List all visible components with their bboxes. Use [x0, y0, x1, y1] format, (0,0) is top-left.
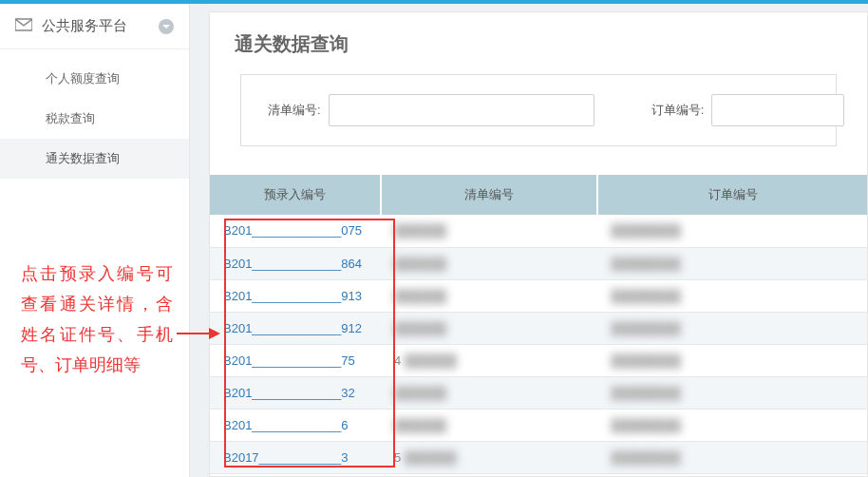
pre-entry-link[interactable]: B201_____________6 — [210, 409, 381, 441]
sidebar-header[interactable]: 公共服务平台 — [0, 4, 189, 49]
table-row: B201_____________075 ██████████████ — [210, 215, 867, 247]
pre-entry-link[interactable]: B201_____________864 — [210, 247, 381, 279]
table-row: B201_____________913 ██████████████ — [210, 279, 867, 312]
col-list-no: 清单编号 — [381, 175, 597, 215]
cell-list-no: 5 ██████ — [381, 441, 597, 473]
cell-order-no: ████████ — [597, 344, 867, 376]
results-table: 预录入编号 清单编号 订单编号 B201_____________075 ███… — [210, 175, 867, 474]
cell-list-no: 4 ██████ — [381, 344, 597, 376]
filter-order-no-input[interactable] — [711, 94, 844, 126]
cell-order-no: ████████ — [597, 312, 867, 344]
table-row: B201_____________864 ██████████████ — [210, 247, 867, 279]
cell-order-no: ████████ — [597, 376, 867, 409]
cell-order-no: ████████ — [597, 279, 867, 312]
col-order-no: 订单编号 — [597, 175, 867, 215]
page-title: 通关数据查询 — [210, 12, 867, 74]
pre-entry-link[interactable]: B201_____________075 — [210, 215, 381, 247]
cell-order-no: ████████ — [597, 215, 867, 247]
table-row: B2017____________35 ██████████████ — [210, 441, 867, 473]
table-row: B201_____________32 ██████████████ — [210, 376, 867, 409]
cell-order-no: ████████ — [597, 409, 867, 441]
cell-list-no: ██████ — [381, 279, 597, 312]
sidebar-item-quota[interactable]: 个人额度查询 — [0, 59, 189, 99]
content: 通关数据查询 清单编号: 订单编号: 预录入编号 清单编号 — [190, 4, 868, 477]
filter-list-no-label: 清单编号: — [268, 102, 321, 119]
sidebar-title: 公共服务平台 — [42, 17, 159, 35]
col-pre-entry-no: 预录入编号 — [210, 175, 381, 215]
cell-list-no: ██████ — [381, 247, 597, 279]
svg-marker-1 — [209, 328, 220, 339]
annotation-text: 点击预录入编号可查看通关详情，含姓名证件号、手机号、订单明细等 — [21, 258, 173, 380]
filter-list-no-input[interactable] — [329, 94, 594, 126]
panel: 通关数据查询 清单编号: 订单编号: 预录入编号 清单编号 — [209, 11, 868, 477]
cell-order-no: ████████ — [597, 441, 867, 473]
table-row: B201_____________6 ██████████████ — [210, 409, 867, 441]
pre-entry-link[interactable]: B201_____________913 — [210, 279, 381, 312]
table-row: B201_____________912 ██████████████ — [210, 312, 867, 344]
cell-list-no: ██████ — [381, 409, 597, 441]
cell-list-no: ██████ — [381, 215, 597, 247]
sidebar-item-customs[interactable]: 通关数据查询 — [0, 139, 189, 179]
pre-entry-link[interactable]: B201_____________32 — [210, 376, 381, 409]
pre-entry-link[interactable]: B201_____________75 — [210, 344, 381, 376]
cell-list-no: ██████ — [381, 312, 597, 344]
chevron-down-icon — [159, 19, 174, 34]
sidebar-nav: 个人额度查询 税款查询 通关数据查询 — [0, 49, 189, 188]
pre-entry-link[interactable]: B2017____________3 — [210, 441, 381, 473]
filter-list-no: 清单编号: — [268, 94, 594, 126]
sidebar: 公共服务平台 个人额度查询 税款查询 通关数据查询 — [0, 4, 190, 477]
cell-order-no: ████████ — [597, 247, 867, 279]
table-row: B201_____________754 ██████████████ — [210, 344, 867, 376]
filter-order-no-label: 订单编号: — [651, 102, 705, 119]
filter-order-no: 订单编号: — [651, 94, 845, 126]
arrow-icon — [177, 325, 220, 346]
search-box: 清单编号: 订单编号: — [240, 74, 837, 146]
sidebar-item-tax[interactable]: 税款查询 — [0, 99, 189, 139]
cell-list-no: ██████ — [381, 376, 597, 409]
pre-entry-link[interactable]: B201_____________912 — [210, 312, 381, 344]
envelope-icon — [15, 18, 32, 35]
